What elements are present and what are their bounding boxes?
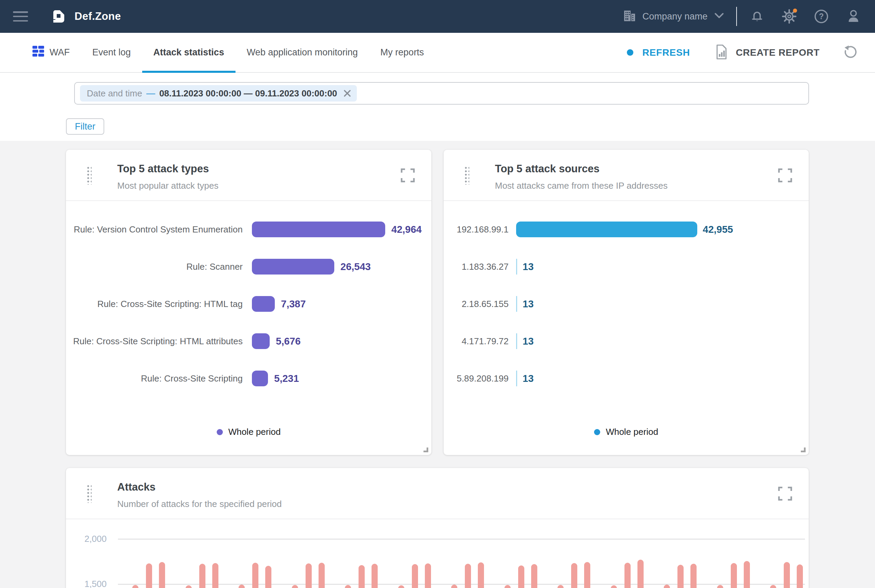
resize-handle-icon[interactable] <box>801 447 806 452</box>
bar-segment <box>425 563 431 588</box>
tab-attack-statistics[interactable]: Attack statistics <box>142 33 235 72</box>
legend-item: Whole period <box>217 427 281 437</box>
create-report-button[interactable]: CREATE REPORT <box>715 44 820 61</box>
refresh-button[interactable]: REFRESH <box>627 47 690 58</box>
chip-separator: — <box>146 88 155 99</box>
close-icon[interactable] <box>343 89 351 98</box>
legend-item: Whole period <box>594 427 658 437</box>
bar-segment <box>372 564 378 588</box>
bar-category-label: 1.183.36.27 <box>443 262 509 272</box>
tab-web-application-monitoring[interactable]: Web application monitoring <box>235 33 369 72</box>
chart-bar-row: Rule: Cross-Site Scripting: HTML attribu… <box>66 333 432 349</box>
company-selector[interactable]: Company name <box>622 9 724 24</box>
report-document-icon <box>715 44 728 61</box>
card-top5-attack-types: Top 5 attack types Most popular attack t… <box>66 150 432 455</box>
expand-icon[interactable] <box>400 168 416 183</box>
attacks-timeline-chart: 2,0001,500 <box>66 519 809 588</box>
bar-segment <box>238 585 245 588</box>
card-top5-attack-sources: Top 5 attack sources Most attacks came f… <box>443 150 809 455</box>
bar-category-label: 5.89.208.199 <box>443 374 509 384</box>
drag-handle-icon[interactable] <box>87 166 91 184</box>
bar-segment <box>212 563 219 588</box>
card-header: Top 5 attack sources Most attacks came f… <box>443 150 809 201</box>
expand-icon[interactable] <box>777 168 793 183</box>
bar-segment <box>252 563 258 588</box>
bar-segment <box>516 296 517 312</box>
logo-icon[interactable] <box>51 10 65 23</box>
waf-bricks-icon <box>32 45 45 60</box>
section-tabbar: WAF Event log Attack statistics Web appl… <box>0 33 875 73</box>
resize-handle-icon[interactable] <box>424 447 428 452</box>
bar-segment <box>465 564 471 588</box>
bar-segment <box>571 563 577 588</box>
tab-my-reports[interactable]: My reports <box>369 33 436 72</box>
filter-input[interactable]: Date and time — 08.11.2023 00:00:00 — 09… <box>74 82 809 105</box>
card-subtitle: Most popular attack types <box>117 180 219 191</box>
card-subtitle: Most attacks came from these IP addresse… <box>495 180 668 191</box>
bar-value-label: 13 <box>523 336 533 347</box>
gear-notification-dot <box>793 9 797 13</box>
bar-segment <box>345 585 351 588</box>
bar-segment <box>784 562 790 588</box>
bar-segment <box>398 585 405 588</box>
bar-segment <box>306 563 312 588</box>
bar-segment <box>744 561 750 588</box>
expand-icon[interactable] <box>777 486 793 501</box>
user-icon[interactable] <box>846 9 862 24</box>
bar-segment <box>516 370 517 386</box>
legend-label: Whole period <box>228 427 281 437</box>
drag-handle-icon[interactable] <box>87 484 91 503</box>
bar-segment <box>770 585 776 588</box>
svg-text:?: ? <box>819 12 824 21</box>
bar-value-label: 5,231 <box>274 373 299 384</box>
chip-field-label: Date and time <box>87 88 142 99</box>
bar-value-label: 13 <box>523 261 533 273</box>
bar-value-label: 13 <box>523 298 533 310</box>
y-axis-tick-label: 1,500 <box>66 579 106 588</box>
help-icon[interactable]: ? <box>814 9 829 24</box>
bar-value-label: 42,955 <box>703 224 733 235</box>
bar-category-label: Rule: Cross-Site Scripting: HTML tag <box>66 299 243 309</box>
menu-icon[interactable] <box>13 11 28 21</box>
card-attacks: Attacks Number of attacks for the specif… <box>66 468 809 588</box>
bar-segment <box>451 585 457 588</box>
tab-event-log[interactable]: Event log <box>81 33 142 72</box>
filter-section: Date and time — 08.11.2023 00:00:00 — 09… <box>0 73 875 141</box>
bar-segment <box>531 564 537 588</box>
bar-value-label: 26,543 <box>340 261 371 273</box>
drag-handle-icon[interactable] <box>464 166 469 184</box>
bar-segment <box>252 222 385 237</box>
bar-segment <box>518 566 524 588</box>
bar-segment <box>478 562 484 588</box>
bar-value-label: 13 <box>523 373 533 384</box>
filter-button[interactable]: Filter <box>66 118 104 135</box>
reset-icon[interactable] <box>842 45 858 60</box>
bar-category-label: Rule: Cross-Site Scripting <box>66 374 243 384</box>
bar-segment <box>691 564 697 588</box>
bar-segment <box>199 564 205 588</box>
date-filter-chip[interactable]: Date and time — 08.11.2023 00:00:00 — 09… <box>80 85 357 102</box>
gear-icon[interactable] <box>781 9 797 24</box>
bar-segment <box>664 585 670 588</box>
bar-segment <box>731 563 737 588</box>
bar-category-label: Rule: Cross-Site Scripting: HTML attribu… <box>66 336 243 346</box>
attack-sources-chart: 192.168.99.142,9551.183.36.27132.18.65.1… <box>443 201 809 408</box>
bar-category-label: 192.168.99.1 <box>443 225 509 234</box>
bar-segment <box>159 562 165 588</box>
bar-segment <box>677 565 683 588</box>
legend-dot-icon <box>217 429 223 435</box>
brand-title: Def.Zone <box>75 10 121 22</box>
bell-icon[interactable] <box>749 9 765 24</box>
top-navbar: Def.Zone Company name <box>0 0 875 33</box>
bar-segment <box>611 585 617 588</box>
chip-value: 08.11.2023 00:00:00 — 09.11.2023 00:00:0… <box>159 88 337 99</box>
tab-waf[interactable]: WAF <box>21 33 81 72</box>
chart-bar-row: 1.183.36.2713 <box>443 259 809 274</box>
card-title: Top 5 attack types <box>117 163 209 175</box>
legend-dot-icon <box>594 429 600 435</box>
bar-segment <box>252 333 270 349</box>
chart-bar-row: Rule: Cross-Site Scripting: HTML tag7,38… <box>66 296 432 312</box>
bar-segment <box>252 370 268 386</box>
chart-bar-row: 5.89.208.19913 <box>443 370 809 386</box>
bar-category-label: 4.171.79.72 <box>443 336 509 346</box>
